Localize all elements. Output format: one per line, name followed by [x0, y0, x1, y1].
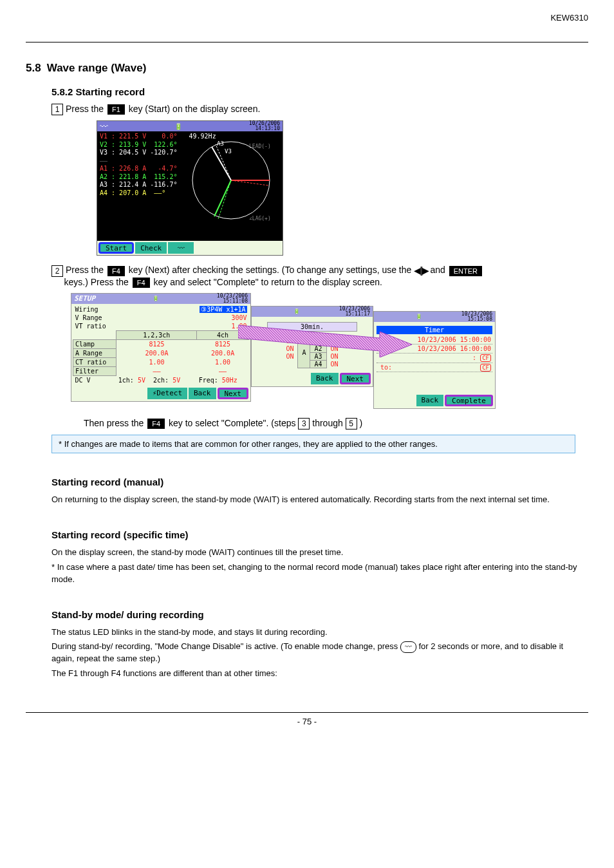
sub2-title: Starting record (manual) — [51, 476, 588, 487]
lbl-clamp: Clamp — [73, 339, 116, 348]
p2-l2: ON — [282, 344, 298, 352]
cf-row-2: to: CF — [377, 363, 492, 372]
top-rule — [26, 42, 588, 42]
val-filter1[interactable]: —— — [116, 366, 197, 375]
next-button-2[interactable]: Next — [340, 373, 371, 384]
svg-line-5 — [214, 180, 231, 216]
sub4-title: Stand-by mode/ during recording — [51, 609, 588, 620]
f4-key-1: F4 — [107, 266, 125, 276]
setup-panel-2: 🔋 10/23/2006 15:11:17 30min. ONAA1ON ONA… — [251, 306, 373, 387]
p2-r2[interactable]: ON — [326, 344, 342, 352]
val-vtratio[interactable]: 1.00 — [116, 322, 249, 331]
shot1-header: 〰 🔋 10/26/200614:13:10 — [97, 121, 283, 131]
s2f-0: Then press the — [84, 418, 146, 428]
label-lead: LEAD(-) — [249, 144, 271, 149]
bottom-rule — [26, 712, 588, 713]
start-button[interactable]: Start — [98, 242, 134, 254]
body2-0: On the display screen, the stand-by mode… — [51, 547, 588, 559]
val-vrange[interactable]: 300V — [116, 314, 249, 322]
step-1-num: 1 — [51, 104, 63, 115]
complete-button[interactable]: Complete — [445, 395, 493, 406]
lbl-arange: A Range — [73, 348, 116, 357]
setup-panels: SETUP 🔋 10/23/2006 15:11:08 Wiring③3P4W … — [71, 293, 588, 409]
panel1-dt: 10/23/2006 15:11:08 — [217, 294, 248, 304]
interval-value[interactable]: 30min. — [267, 322, 357, 332]
section-title: Wave range (Wave) — [47, 62, 147, 74]
body4: The F1 through F4 functions are differen… — [51, 668, 588, 680]
panel2-header: 🔋 10/23/2006 15:11:17 — [252, 307, 373, 317]
f4-key-3: F4 — [147, 419, 165, 429]
page-number: - 75 - — [26, 717, 588, 726]
label-lag: ∠LAG(+) — [249, 216, 271, 222]
val-filter2[interactable]: —— — [197, 366, 249, 375]
sub-heading-1: 5.8.2 Starting record — [51, 86, 588, 97]
phasor-diagram: V3 A3 LEAD(-) ∠LAG(+) — [186, 135, 276, 225]
p2-r1[interactable]: ON — [326, 337, 342, 344]
panel3-footer: Back Complete — [374, 393, 495, 408]
hdr-123ch: 1,2,3ch — [116, 330, 197, 339]
val-clamp2[interactable]: 8125 — [197, 339, 249, 348]
step-1-before: Press the — [66, 104, 106, 114]
p2-r3[interactable]: ON — [326, 352, 342, 360]
step2-p8: key and select "Complete" to return to t… — [153, 277, 382, 287]
panel1-table: Wiring③3P4W x1+1A V Range300V VT ratio1.… — [73, 305, 249, 384]
p2-l3: ON — [282, 352, 298, 360]
sub3-title: Starting record (specific time) — [51, 529, 588, 540]
cursor-keys-icon: ◀||▶ — [414, 266, 427, 276]
f1-key: F1 — [107, 104, 125, 115]
back-button-1[interactable]: Back — [189, 388, 216, 399]
back-button-3[interactable]: Back — [416, 395, 444, 406]
timer-start[interactable]: 10/23/2006 15:00:00 — [377, 335, 492, 344]
detect-button[interactable]: ⚡Detect — [147, 388, 187, 399]
back-button-2[interactable]: Back — [311, 373, 339, 384]
sub1-num: 5.8.2 — [51, 86, 73, 97]
lbl-filter: Filter — [73, 366, 116, 375]
p2-r4[interactable]: ON — [326, 360, 342, 368]
label-a3: A3 — [217, 140, 224, 147]
setup-panel-3: 🔋 10/23/2006 15:15:08 Timer 10/23/2006 1… — [373, 311, 496, 409]
phasor-screenshot: 〰 🔋 10/26/200614:13:10 V1 : 221.5 V 0.0°… — [97, 120, 283, 256]
val-ct2[interactable]: 1.00 — [197, 357, 249, 366]
val-arange1[interactable]: 200.0A — [116, 348, 197, 357]
cf-badge-1: CF — [480, 354, 491, 362]
val-dcv-freq[interactable]: Freq: 50Hz — [197, 375, 249, 384]
body2-1: * In case where a past date/ time has be… — [51, 561, 588, 586]
step2-p4: and — [430, 265, 447, 275]
panel2-body: 30min. ONAA1ON ONA2ON ONA3ON A4ON — [252, 317, 373, 371]
val-wiring[interactable]: ③3P4W x1+1A — [200, 306, 247, 313]
next-button-1[interactable]: Next — [218, 388, 249, 399]
wave-toggle-button[interactable]: 〰 — [168, 242, 194, 254]
battery-icon: 🔋 — [416, 314, 422, 319]
val-ct1[interactable]: 1.00 — [116, 357, 197, 366]
label-v3: V3 — [225, 148, 232, 155]
step2-p2: key (Next) after checking the settings. … — [129, 265, 414, 275]
s2f-4: through — [312, 418, 345, 428]
s2f-6: ) — [360, 418, 363, 428]
body1: On returning to the display screen, the … — [51, 494, 588, 506]
battery-icon: 🔋 — [153, 296, 159, 301]
cf-badge-2: CF — [480, 364, 491, 372]
timer-end[interactable]: 10/23/2006 16:00:00 — [377, 344, 492, 354]
p2-l1: ON — [282, 337, 298, 344]
battery-icon: 🔋 — [174, 123, 182, 130]
setup-panel-1: SETUP 🔋 10/23/2006 15:11:08 Wiring③3P4W … — [71, 293, 251, 402]
step2-p6: keys.) Press the — [64, 277, 131, 287]
step-ref-3: 3 — [298, 418, 310, 429]
panel3-dt: 10/23/2006 15:15:08 — [461, 312, 492, 322]
panel1-header: SETUP 🔋 10/23/2006 15:11:08 — [71, 294, 250, 304]
step-1-after: key (Start) on the display screen. — [129, 104, 261, 114]
p2-a-label: A — [298, 337, 310, 368]
step-2-follow: Then press the F4 key to select "Complet… — [84, 418, 588, 429]
panel2-table: ONAA1ON ONA2ON ONA3ON A4ON — [282, 337, 342, 368]
step-1: 1 Press the F1 key (Start) on the displa… — [51, 104, 588, 115]
val-clamp1[interactable]: 8125 — [116, 339, 197, 348]
val-arange2[interactable]: 200.0A — [197, 348, 249, 357]
check-button[interactable]: Check — [135, 242, 167, 254]
p2-a4: A4 — [310, 360, 326, 368]
val-dcv1[interactable]: 1ch: 5V 2ch: 5V — [116, 375, 197, 384]
panel1-body: Wiring③3P4W x1+1A V Range300V VT ratio1.… — [71, 304, 250, 386]
sub1-title: Starting record — [76, 86, 145, 97]
step-ref-5: 5 — [346, 418, 357, 429]
wave-key-icon: 〰 — [400, 641, 416, 653]
step-2: 2 Press the F4 key (Next) after checking… — [51, 265, 588, 288]
